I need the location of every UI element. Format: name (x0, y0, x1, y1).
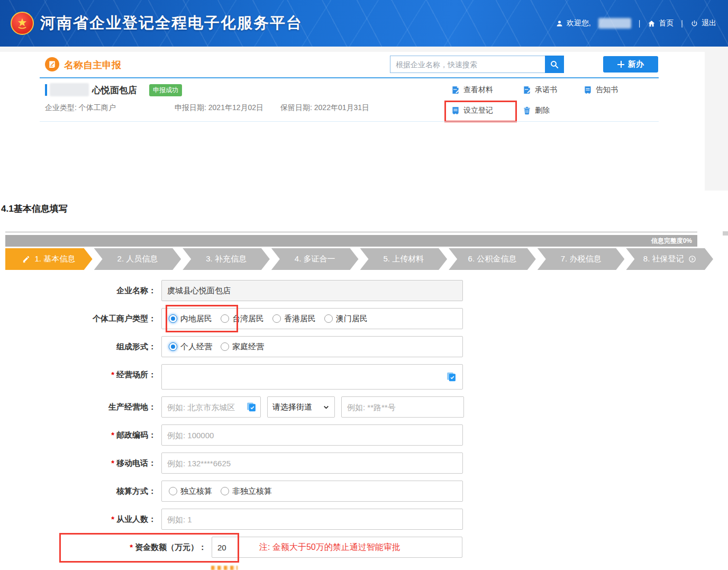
cutoff-next-row-fragment (211, 566, 238, 570)
scrollbar-fragment (723, 231, 728, 236)
street-select[interactable]: 请选择街道 (267, 396, 335, 418)
circle-chevron-right-icon (688, 255, 696, 263)
step-tax-info[interactable]: 7. 办税信息 (538, 248, 625, 270)
section-title: 名称自主申报 (64, 59, 121, 71)
address-picker-icon[interactable] (446, 372, 457, 382)
new-application-button[interactable]: 新办 (603, 56, 658, 73)
status-badge: 申报成功 (149, 84, 182, 96)
document-edit-icon (451, 86, 460, 94)
radio-unselected-icon (272, 314, 281, 323)
employees-input[interactable] (161, 509, 463, 530)
step-personnel-info[interactable]: 2. 人员信息 (94, 248, 181, 270)
redacted-username (598, 18, 631, 29)
plus-icon (617, 61, 624, 68)
header-user-area: 欢迎您, | 首页 | 退出 (556, 0, 716, 47)
company-name-input[interactable] (161, 280, 463, 301)
declare-date: 申报日期: 2021年12月02日 (175, 103, 263, 113)
pencil-icon (22, 255, 30, 263)
required-asterisk: * (111, 514, 114, 523)
completeness-text: 信息完整度0% (651, 237, 692, 246)
radio-mainland-resident[interactable]: 内地居民 (169, 314, 212, 324)
home-link[interactable]: 首页 (648, 19, 674, 28)
row-mobile: *移动电话： (0, 453, 728, 474)
radio-individual-operation[interactable]: 个人经营 (169, 342, 212, 352)
row-company-name: 企业名称： (0, 280, 728, 301)
action-commitment-letter[interactable]: 承诺书 (523, 85, 557, 95)
wizard-steps: 1. 基本信息 2. 人员信息 3. 补充信息 4. 多证合一 5. 上传材料 … (5, 248, 713, 270)
company-type: 企业类型: 个体工商户 (45, 103, 116, 113)
step-multi-cert[interactable]: 4. 多证合一 (271, 248, 359, 270)
required-asterisk: * (130, 542, 133, 551)
field-label: 组成形式： (0, 336, 161, 357)
action-establish-registration[interactable]: 设立登记 (451, 106, 493, 115)
step-basic-info[interactable]: 1. 基本信息 (5, 248, 93, 270)
field-label: *经营场所： (0, 364, 161, 390)
mobile-input[interactable] (161, 453, 463, 474)
row-premises: *经营场所： (0, 364, 728, 390)
composition-radio-group: 个人经营 家庭经营 (161, 336, 463, 357)
radio-hongkong-resident[interactable]: 香港居民 (272, 314, 316, 324)
action-label: 告知书 (596, 85, 618, 95)
radio-macau-resident[interactable]: 澳门居民 (324, 314, 368, 324)
step-social-security[interactable]: 8. 社保登记 (626, 248, 713, 270)
declaration-edit-icon (45, 57, 59, 71)
row-capital: *资金数额（万元）： 注: 金额大于50万的禁止通过智能审批 (0, 537, 728, 558)
required-asterisk: * (111, 458, 114, 467)
radio-family-operation[interactable]: 家庭经营 (221, 342, 264, 352)
radio-independent-accounting[interactable]: 独立核算 (169, 486, 212, 496)
quick-search (390, 56, 564, 73)
field-label: *邮政编码： (0, 424, 161, 446)
welcome-text: 欢迎您, (556, 19, 591, 28)
radio-unselected-icon (221, 342, 229, 351)
capital-control: 注: 金额大于50万的禁止通过智能审批 (212, 537, 462, 558)
national-emblem-icon (11, 12, 34, 35)
capital-input[interactable] (212, 537, 462, 558)
row-postcode: *邮政编码： (0, 424, 728, 446)
required-asterisk: * (111, 430, 114, 439)
action-view-materials[interactable]: 查看材料 (451, 85, 493, 95)
action-label: 删除 (535, 106, 550, 115)
page-title: 河南省企业登记全程电子化服务平台 (40, 13, 303, 34)
postcode-input[interactable] (161, 424, 463, 446)
step-upload-materials[interactable]: 5. 上传材料 (360, 248, 448, 270)
action-label: 查看材料 (463, 85, 493, 95)
page: 河南省企业登记全程电子化服务平台 欢迎您, | 首页 | 退出 名称 (0, 0, 728, 570)
district-picker-icon[interactable] (246, 402, 257, 412)
document-edit-icon (523, 86, 531, 94)
company-name: 心悦面包店 (92, 84, 137, 96)
field-label: 企业名称： (0, 280, 161, 301)
chevron-down-icon (323, 404, 330, 411)
power-icon (690, 20, 698, 28)
document-icon (584, 86, 592, 94)
logout-link[interactable]: 退出 (690, 19, 716, 28)
row-production-place: 生产经营地： 请选择街道 (0, 396, 728, 418)
completeness-bar: 信息完整度0% (5, 235, 697, 247)
search-button[interactable] (545, 56, 564, 73)
field-label: 个体工商户类型： (0, 308, 161, 329)
premises-input[interactable] (161, 364, 463, 390)
step-provident-fund[interactable]: 6. 公积金信息 (449, 248, 536, 270)
action-notice-letter[interactable]: 告知书 (584, 85, 618, 95)
row-employees: *从业人数： (0, 509, 728, 530)
field-label: *移动电话： (0, 453, 161, 474)
field-label: *从业人数： (0, 509, 161, 530)
trash-icon (523, 106, 531, 115)
doc-section-heading: 4.1基本信息填写 (1, 203, 68, 215)
field-label: 核算方式： (0, 481, 161, 502)
section-underline (40, 77, 659, 78)
user-icon (556, 20, 563, 28)
radio-unselected-icon (169, 487, 177, 495)
field-label: 生产经营地： (0, 396, 161, 418)
accounting-radio-group: 独立核算 非独立核算 (161, 481, 463, 502)
action-delete[interactable]: 删除 (523, 106, 550, 115)
radio-non-independent-accounting[interactable]: 非独立核算 (221, 486, 272, 496)
basic-info-form: 企业名称： 个体工商户类型： 内地居民 台湾居民 香港居民 (0, 280, 728, 565)
row-composition: 组成形式： 个人经营 家庭经营 (0, 336, 728, 357)
redacted-company-prefix (50, 83, 89, 96)
row-household-type: 个体工商户类型： 内地居民 台湾居民 香港居民 澳门居民 (0, 308, 728, 329)
search-input[interactable] (390, 56, 545, 73)
step-supplementary-info[interactable]: 3. 补充信息 (183, 248, 270, 270)
radio-taiwan-resident[interactable]: 台湾居民 (221, 314, 264, 324)
premises-control (161, 364, 463, 390)
street-address-input[interactable] (341, 396, 464, 418)
